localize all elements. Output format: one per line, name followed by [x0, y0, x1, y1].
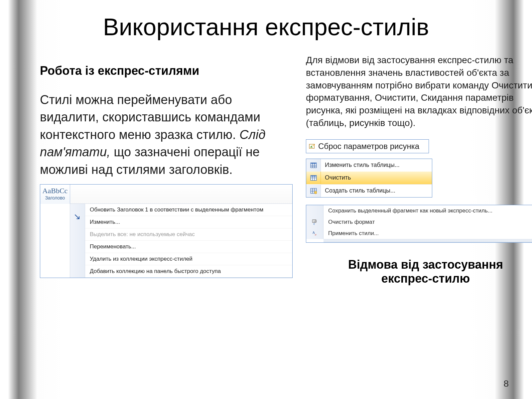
ss1-icon-column	[70, 204, 85, 278]
menu-item-rename[interactable]: Переименовать...	[85, 241, 292, 253]
screenshot-table-style-menu: Изменить стиль таблицы... Очистить	[306, 159, 432, 198]
two-columns: Робота із експрес-стилями Стилі можна пе…	[40, 54, 492, 286]
style-thumbnail[interactable]: AaBbCc Заголово	[40, 185, 70, 204]
menu-item-select-all-unused: Выделить все: не используемые сейчас	[85, 228, 292, 241]
ss1-header-row: AaBbCc Заголово	[40, 185, 292, 204]
table-style-icon	[310, 162, 317, 169]
ss1-left-blank	[40, 204, 70, 278]
ss1-menu-items: Обновить Заголовок 1 в соответствии с вы…	[85, 204, 292, 278]
left-para-a: Стилі можна перейменувати або видалити, …	[40, 93, 260, 142]
right-subheading: Відмова від застосування експрес-стилю	[306, 258, 532, 286]
reset-picture-label: Сброс параметров рисунка	[318, 142, 419, 151]
table-clear-icon	[310, 175, 317, 181]
style-thumbnail-label: Заголово	[42, 195, 68, 200]
left-column: Робота із експрес-стилями Стилі можна пе…	[40, 54, 293, 286]
screenshot-quick-style-menu: Сохранить выделенный фрагмент как новый …	[306, 205, 532, 243]
style-sample-text: AaBbCc	[42, 187, 68, 195]
menu-item-clear-highlighted[interactable]: Очистить	[306, 172, 432, 184]
reset-picture-icon	[309, 143, 316, 150]
menu-item-remove-from-gallery[interactable]: Удалить из коллекции экспресс-стилей	[85, 253, 292, 265]
screenshot-style-context-menu: AaBbCc Заголово Обновить Заголовок 1 в с…	[40, 184, 293, 278]
apply-styles-icon: A a	[312, 230, 318, 237]
screenshot-reset-picture-button[interactable]: Сброс параметров рисунка	[306, 139, 429, 153]
scrollbar-bottom[interactable]	[324, 239, 532, 242]
svg-rect-11	[311, 175, 317, 177]
clear-format-icon: AB	[312, 219, 318, 225]
menu-item-update-heading[interactable]: Обновить Заголовок 1 в соответствии с вы…	[85, 204, 292, 216]
arrow-down-right-icon	[74, 214, 81, 220]
svg-rect-5	[311, 163, 317, 164]
ss1-header-gap	[70, 185, 292, 204]
menu-item-clear-formatting[interactable]: AB Очистить формат	[306, 216, 532, 228]
left-subheading: Робота із експрес-стилями	[40, 64, 293, 78]
right-paragraph: Для відмови від застосування експрес-сти…	[306, 54, 532, 129]
svg-point-20	[314, 191, 317, 194]
menu-item-modify[interactable]: Изменить...	[85, 216, 292, 228]
svg-text:AB: AB	[313, 220, 316, 223]
svg-point-2	[313, 145, 314, 146]
menu-item-save-as-quick-style[interactable]: Сохранить выделенный фрагмент как новый …	[306, 205, 532, 216]
right-column: Для відмови від застосування експрес-сти…	[306, 54, 532, 286]
new-table-style-icon	[310, 188, 317, 194]
svg-text:a: a	[315, 233, 317, 236]
slide-title: Використання експрес-стилів	[40, 13, 492, 41]
menu-item-new-table-style[interactable]: Создать стиль таблицы...	[306, 185, 432, 197]
ss1-body-wrap: Обновить Заголовок 1 в соответствии с вы…	[40, 204, 292, 278]
menu-item-apply-styles[interactable]: A a Применить стили...	[306, 228, 532, 239]
left-paragraph: Стилі можна перейменувати або видалити, …	[40, 91, 293, 178]
slide: Використання експрес-стилів Робота із ек…	[40, 10, 492, 386]
page-number: 8	[503, 378, 509, 389]
menu-item-modify-table-style[interactable]: Изменить стиль таблицы...	[306, 159, 432, 172]
menu-item-add-to-qat[interactable]: Добавить коллекцию на панель быстрого до…	[85, 265, 292, 278]
